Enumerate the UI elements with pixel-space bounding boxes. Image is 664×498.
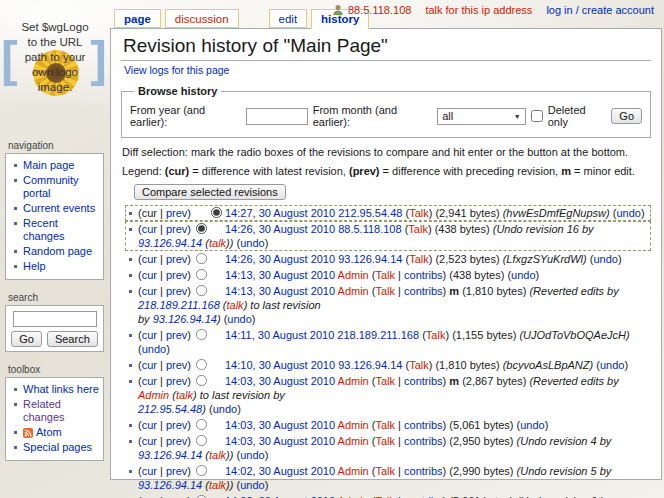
undo-link[interactable]: undo <box>511 269 535 281</box>
user-talk-link[interactable]: Talk <box>409 207 429 219</box>
sidebar-item-community-portal[interactable]: Community portal <box>23 174 79 199</box>
cur-link[interactable]: cur <box>142 223 157 235</box>
tab-discussion[interactable]: discussion <box>165 9 239 28</box>
prev-link[interactable]: prev <box>166 359 187 371</box>
undo-link[interactable]: undo <box>227 313 251 325</box>
user-talk-link[interactable]: Talk <box>375 435 395 447</box>
date-link[interactable]: 14:03, 30 August 2010 <box>225 375 335 387</box>
wiki-logo[interactable]: [ ] Set $wgLogo to the URL path to your … <box>0 20 110 128</box>
comment-link[interactable]: 93.126.94.14 <box>138 449 202 461</box>
user-link[interactable]: Admin <box>338 269 369 281</box>
comment-link[interactable]: talk <box>209 479 226 491</box>
date-link[interactable]: 14:02, 30 August 2010 <box>225 465 335 477</box>
date-link[interactable]: 14:10, 30 August 2010 <box>225 359 335 371</box>
prev-link[interactable]: prev <box>166 285 187 297</box>
undo-link[interactable]: undo <box>213 403 237 415</box>
toolbox-item-special-pages[interactable]: Special pages <box>23 441 92 453</box>
tab-page[interactable]: page <box>114 9 161 28</box>
cur-link[interactable]: cur <box>142 359 157 371</box>
search-fulltext-button[interactable]: Search <box>47 331 98 347</box>
user-link[interactable]: 218.189.211.168 <box>337 329 419 341</box>
user-link[interactable]: Admin <box>338 285 369 297</box>
user-link[interactable]: Admin <box>338 435 369 447</box>
oldid-radio[interactable] <box>196 465 207 476</box>
user-contribs-link[interactable]: contribs <box>404 285 443 297</box>
comment-link[interactable]: 218.189.211.168 <box>138 299 220 311</box>
sidebar-item-recent-changes[interactable]: Recent changes <box>23 217 65 242</box>
comment-link[interactable]: Admin <box>138 389 169 401</box>
user-talk-link[interactable]: Talk <box>409 253 429 265</box>
cur-link[interactable]: cur <box>142 375 157 387</box>
oldid-radio[interactable] <box>196 329 207 340</box>
browse-go-button[interactable]: Go <box>611 108 642 124</box>
cur-link[interactable]: cur <box>142 329 157 341</box>
cur-link[interactable]: cur <box>142 269 157 281</box>
comment-link[interactable]: 212.95.54.48 <box>138 403 202 415</box>
sidebar-item-main-page[interactable]: Main page <box>23 159 74 171</box>
date-link[interactable]: 14:03, 30 August 2010 <box>225 435 335 447</box>
oldid-radio[interactable] <box>196 269 207 280</box>
prev-link[interactable]: prev <box>166 253 187 265</box>
oldid-radio[interactable] <box>196 375 207 386</box>
sidebar-item-help[interactable]: Help <box>23 260 46 272</box>
undo-link[interactable]: undo <box>240 449 264 461</box>
user-link[interactable]: Admin <box>338 375 369 387</box>
undo-link[interactable]: undo <box>142 343 166 355</box>
view-logs-link[interactable]: View logs for this page <box>124 64 229 76</box>
undo-link[interactable]: undo <box>600 359 624 371</box>
date-link[interactable]: 14:27, 30 August 2010 <box>225 207 335 219</box>
prev-link[interactable]: prev <box>166 375 187 387</box>
cur-link[interactable]: cur <box>142 253 157 265</box>
oldid-radio[interactable] <box>196 285 207 296</box>
user-link[interactable]: Admin <box>338 465 369 477</box>
search-go-button[interactable]: Go <box>11 331 42 347</box>
user-talk-link[interactable]: Talk <box>409 359 429 371</box>
compare-revisions-button-top[interactable]: Compare selected revisions <box>134 184 286 200</box>
prev-link[interactable]: prev <box>166 329 187 341</box>
comment-link[interactable]: 93.126.94.14 <box>138 237 202 249</box>
login-link[interactable]: log in / create account <box>546 4 654 16</box>
user-talk-link[interactable]: Talk <box>375 285 395 297</box>
date-link[interactable]: 14:13, 30 August 2010 <box>225 269 335 281</box>
sidebar-item-random-page[interactable]: Random page <box>23 245 92 257</box>
oldid-radio[interactable] <box>196 253 207 264</box>
date-link[interactable]: 14:26, 30 August 2010 <box>225 223 335 235</box>
user-contribs-link[interactable]: contribs <box>404 269 443 281</box>
toolbox-item-what-links-here[interactable]: What links here <box>23 383 99 395</box>
oldid-radio[interactable] <box>196 223 207 234</box>
cur-link[interactable]: cur <box>142 285 157 297</box>
undo-link[interactable]: undo <box>240 479 264 491</box>
sidebar-item-current-events[interactable]: Current events <box>23 202 95 214</box>
user-talk-link[interactable]: Talk <box>408 223 428 235</box>
prev-link[interactable]: prev <box>166 465 187 477</box>
user-talk-link[interactable]: Talk <box>426 329 446 341</box>
tab-edit[interactable]: edit <box>269 9 308 28</box>
comment-link[interactable]: 93.126.94.14 <box>153 313 217 325</box>
user-talk-link[interactable]: Talk <box>375 375 395 387</box>
diff-radio[interactable] <box>211 207 222 218</box>
user-contribs-link[interactable]: contribs <box>404 435 443 447</box>
prev-link[interactable]: prev <box>166 207 187 219</box>
comment-link[interactable]: talk <box>176 389 193 401</box>
user-link[interactable]: 212.95.54.48 <box>338 207 402 219</box>
comment-link[interactable]: talk <box>209 449 226 461</box>
toolbox-item-related-changes[interactable]: Related changes <box>23 398 65 423</box>
date-link[interactable]: 14:13, 30 August 2010 <box>225 285 335 297</box>
oldid-radio[interactable] <box>196 419 207 430</box>
user-link[interactable]: 93.126.94.14 <box>338 359 402 371</box>
user-link[interactable]: 88.5.118.108 <box>338 223 401 235</box>
user-page-link[interactable]: 88.5.118.108 <box>348 4 411 16</box>
prev-link[interactable]: prev <box>166 435 187 447</box>
user-contribs-link[interactable]: contribs <box>404 465 443 477</box>
user-contribs-link[interactable]: contribs <box>404 375 443 387</box>
deleted-only-checkbox[interactable] <box>531 110 543 122</box>
comment-link[interactable]: talk <box>209 237 226 249</box>
oldid-radio[interactable] <box>196 435 207 446</box>
undo-link[interactable]: undo <box>520 419 544 431</box>
user-link[interactable]: 93.126.94.14 <box>338 253 402 265</box>
prev-link[interactable]: prev <box>166 269 187 281</box>
comment-link[interactable]: 93.126.94.14 <box>138 479 202 491</box>
undo-link[interactable]: undo <box>616 207 640 219</box>
year-input[interactable] <box>246 108 308 125</box>
cur-link[interactable]: cur <box>142 419 157 431</box>
